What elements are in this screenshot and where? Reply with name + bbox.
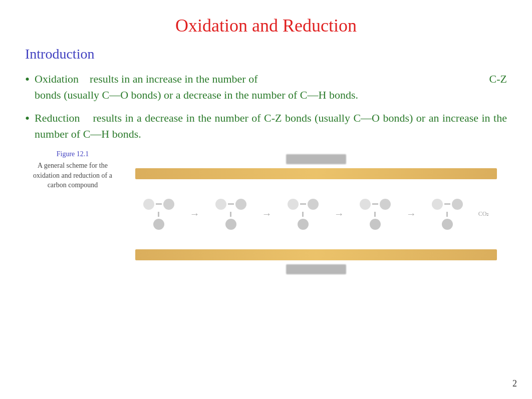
fig-bar-top: [135, 168, 497, 179]
keyword-reduction: Reduction: [35, 112, 80, 124]
fig-bond: [372, 203, 378, 205]
fig-atom: [452, 199, 463, 210]
bullet-item-oxidation: • Oxidation results in an increase in th…: [25, 71, 507, 103]
fig-atom: [153, 219, 164, 230]
slide-container: Oxidation and Reduction Introduction • O…: [0, 0, 532, 399]
fig-atom: [288, 199, 299, 210]
fig-structure-1: [143, 199, 174, 230]
fig-atom: [432, 199, 443, 210]
bullet-item-reduction: • Reduction results in a decrease in the…: [25, 110, 507, 142]
fig-label-text: CO₂: [478, 210, 489, 218]
fig-atom: [163, 199, 174, 210]
section-heading: Introduction: [25, 46, 507, 62]
fig-arrow-3: →: [334, 208, 344, 220]
fig-structure-3: [288, 199, 319, 230]
fig-bond-v: [374, 212, 376, 217]
page-number: 2: [512, 378, 517, 389]
fig-arrow-4: →: [406, 208, 416, 220]
fig-bond-v: [446, 212, 448, 217]
fig-top-label: [286, 154, 346, 164]
fig-bond: [228, 203, 234, 205]
oxidation-text-1: results in an increase in the number of: [79, 73, 257, 85]
bullet-dot-1: •: [25, 70, 30, 89]
fig-arrow-2: →: [262, 208, 272, 220]
fig-middle: → →: [135, 183, 497, 245]
fig-structure-4: [360, 199, 391, 230]
fig-atom: [308, 199, 319, 210]
fig-bond: [156, 203, 162, 205]
fig-atom: [298, 219, 309, 230]
fig-bond-v: [158, 212, 159, 217]
fig-atom: [442, 219, 453, 230]
fig-atom: [370, 219, 381, 230]
fig-structure-2: [215, 199, 246, 230]
fig-bottom-label: [286, 264, 346, 274]
oxidation-cz: C-Z: [489, 71, 507, 87]
fig-atom: [235, 199, 246, 210]
fig-structure-5: [432, 199, 463, 230]
figure-image-area: → →: [125, 149, 507, 279]
bullet-dot-2: •: [25, 109, 30, 128]
fig-bond-v: [302, 212, 304, 217]
fig-bar-bottom: [135, 249, 497, 260]
figure-section: Figure 12.1 A general scheme for the oxi…: [25, 149, 507, 279]
reduction-text: results in a decrease in the number of C…: [35, 112, 507, 140]
slide-title: Oxidation and Reduction: [25, 15, 507, 36]
bullet-text-oxidation: Oxidation results in an increase in the …: [35, 71, 507, 103]
bullet-text-reduction: Reduction results in a decrease in the n…: [35, 110, 507, 142]
fig-atom: [143, 199, 154, 210]
figure-label: Figure 12.1: [25, 149, 120, 159]
fig-bond: [444, 203, 450, 205]
bullet-list: • Oxidation results in an increase in th…: [25, 71, 507, 142]
fig-arrow-1: →: [190, 208, 200, 220]
oxidation-text-2: bonds (usually C—O bonds) or a decrease …: [35, 89, 358, 101]
fig-bond-v: [230, 212, 231, 217]
figure-diagram: → →: [125, 149, 507, 279]
fig-atom: [380, 199, 391, 210]
figure-caption: Figure 12.1 A general scheme for the oxi…: [25, 149, 120, 190]
fig-atom: [225, 219, 236, 230]
figure-caption-text: A general scheme for the oxidation and r…: [33, 162, 112, 189]
keyword-oxidation: Oxidation: [35, 73, 79, 85]
fig-atom: [215, 199, 226, 210]
fig-atom: [360, 199, 371, 210]
fig-bond: [300, 203, 306, 205]
